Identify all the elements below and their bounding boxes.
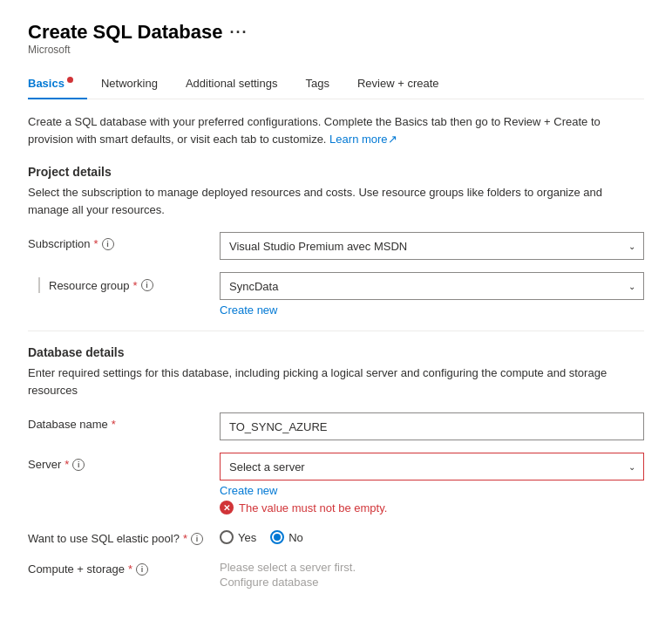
compute-storage-info-icon[interactable]: i (136, 563, 148, 576)
elastic-pool-required-star: * (183, 532, 187, 545)
page-title: Create SQL Database ··· (28, 21, 644, 44)
resource-group-create-new-link[interactable]: Create new (220, 303, 277, 317)
elastic-pool-label: Want to use SQL elastic pool? * i (28, 527, 220, 545)
resource-group-info-icon[interactable]: i (141, 279, 153, 291)
resource-group-control: SyncData ⌄ Create new (220, 272, 644, 317)
subscription-control: Visual Studio Premium avec MSDN ⌄ (220, 232, 644, 260)
error-icon: ✕ (220, 501, 234, 515)
database-name-row: Database name * (28, 412, 644, 440)
database-details-header: Database details (28, 345, 644, 359)
elastic-pool-yes-radio[interactable] (220, 530, 234, 544)
resource-group-dropdown[interactable]: SyncData (220, 272, 644, 300)
compute-storage-control: Please select a server first. Configure … (220, 557, 644, 589)
tab-dot-indicator (67, 77, 73, 83)
elastic-pool-info-icon[interactable]: i (191, 533, 203, 545)
title-text: Create SQL Database (28, 21, 222, 44)
learn-more-link[interactable]: Learn more↗ (329, 133, 397, 146)
tab-additional-settings[interactable]: Additional settings (172, 70, 292, 99)
subscription-label: Subscription * i (28, 232, 220, 250)
elastic-pool-yes-label[interactable]: Yes (220, 530, 256, 544)
server-dropdown[interactable]: Select a server (220, 453, 644, 480)
compute-storage-row: Compute + storage * i Please select a se… (28, 557, 644, 589)
configure-database-link: Configure database (220, 576, 644, 589)
subscription-row: Subscription * i Visual Studio Premium a… (28, 232, 644, 260)
project-details-desc: Select the subscription to manage deploy… (28, 184, 644, 218)
server-required-star: * (64, 458, 69, 471)
database-name-input-wrap (220, 412, 644, 440)
project-details-header: Project details (28, 165, 644, 179)
tab-basics[interactable]: Basics (28, 70, 87, 99)
resource-group-dropdown-wrap: SyncData ⌄ (220, 272, 644, 300)
divider-1 (28, 331, 644, 331)
compute-storage-label: Compute + storage * i (28, 557, 220, 576)
server-error-message: ✕ The value must not be empty. (220, 501, 644, 515)
server-dropdown-wrap: Select a server ⌄ (220, 453, 644, 480)
server-row: Server * i Select a server ⌄ Create new … (28, 453, 644, 515)
compute-storage-required-star: * (128, 562, 132, 576)
elastic-pool-no-label[interactable]: No (270, 530, 303, 544)
database-name-input[interactable] (220, 412, 644, 440)
database-name-required-star: * (112, 418, 116, 431)
elastic-pool-radio-group: Yes No (220, 527, 644, 544)
database-details-desc: Enter required settings for this databas… (28, 365, 644, 399)
elastic-pool-no-radio[interactable] (270, 530, 284, 544)
subscription-required-star: * (94, 237, 98, 250)
elastic-pool-control: Yes No (220, 527, 644, 544)
ellipsis-menu-button[interactable]: ··· (229, 24, 248, 42)
subscription-info-icon[interactable]: i (102, 238, 114, 250)
subscription-dropdown[interactable]: Visual Studio Premium avec MSDN (220, 232, 644, 260)
elastic-pool-row: Want to use SQL elastic pool? * i Yes No (28, 527, 644, 545)
server-create-new-link[interactable]: Create new (220, 484, 277, 497)
server-control: Select a server ⌄ Create new ✕ The value… (220, 453, 644, 515)
server-label: Server * i (28, 453, 220, 471)
server-info-icon[interactable]: i (72, 459, 85, 471)
tab-tags[interactable]: Tags (291, 70, 343, 99)
subscription-dropdown-wrap: Visual Studio Premium avec MSDN ⌄ (220, 232, 644, 260)
page-subtitle: Microsoft (28, 44, 644, 56)
compute-storage-placeholder: Please select a server first. Configure … (220, 557, 644, 589)
tab-review-create[interactable]: Review + create (343, 70, 453, 99)
resource-group-label: Resource group * i (28, 272, 220, 293)
please-select-server-text: Please select a server first. (220, 561, 356, 574)
resource-group-row: Resource group * i SyncData ⌄ Create new (28, 272, 644, 317)
database-name-label: Database name * (28, 412, 220, 431)
database-name-control (220, 412, 644, 440)
tab-networking[interactable]: Networking (87, 70, 172, 99)
tab-bar: Basics Networking Additional settings Ta… (28, 70, 644, 99)
resource-group-required-star: * (133, 279, 138, 292)
basics-description: Create a SQL database with your preferre… (28, 113, 644, 147)
